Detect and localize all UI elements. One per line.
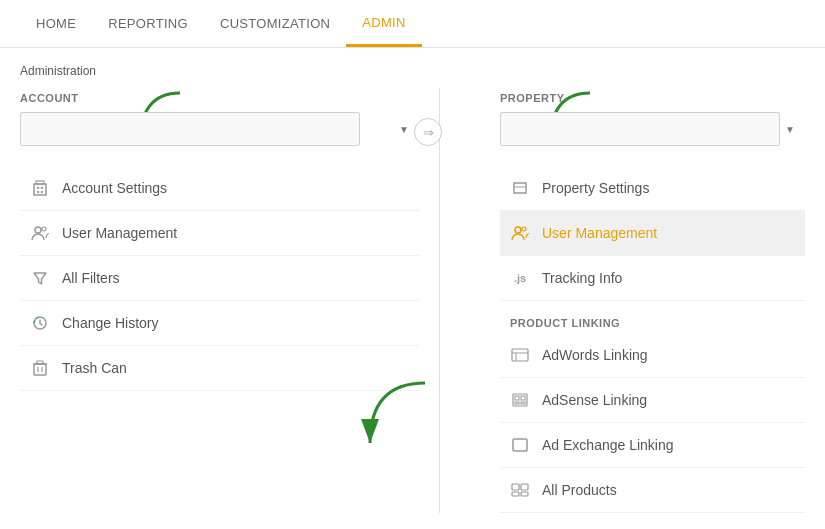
trash-can-label: Trash Can [62,360,127,376]
svg-rect-4 [41,187,43,189]
property-dropdown[interactable] [500,112,780,146]
svg-point-9 [42,227,46,231]
account-user-management-label: User Management [62,225,177,241]
product-linking-item-adwords[interactable]: AdWords Linking [500,333,805,378]
trash-icon [30,358,50,378]
breadcrumb: Administration [20,64,805,78]
svg-rect-7 [36,181,44,184]
adsense-linking-label: AdSense Linking [542,392,647,408]
all-products-label: All Products [542,482,617,498]
property-column: PROPERTY ▼ Property Settings [440,88,805,513]
product-linking-section-label: PRODUCT LINKING [500,317,805,329]
product-linking-item-ad-exchange[interactable]: Ad Exchange Linking [500,423,805,468]
svg-rect-2 [34,184,46,195]
ad-exchange-icon [510,435,530,455]
js-icon: .js [510,268,530,288]
svg-rect-30 [521,484,528,490]
svg-rect-27 [521,402,525,404]
rect-icon [510,178,530,198]
property-menu-list: Property Settings User Management .js Tr… [500,166,805,301]
two-columns: ACCOUNT ▼ Account Settings [20,88,805,513]
product-linking-item-adsense[interactable]: AdSense Linking [500,378,805,423]
svg-rect-32 [521,492,528,496]
adwords-icon [510,345,530,365]
nav-reporting[interactable]: REPORTING [92,2,204,45]
account-dropdown-wrapper: ▼ [20,112,419,146]
account-menu-list: Account Settings User Management All Fil… [20,166,419,391]
account-dropdown-arrow-icon: ▼ [399,124,409,135]
svg-rect-11 [34,364,46,375]
property-settings-label: Property Settings [542,180,649,196]
nav-admin[interactable]: ADMIN [346,1,421,47]
svg-rect-5 [37,191,39,193]
account-settings-label: Account Settings [62,180,167,196]
svg-rect-12 [37,361,43,364]
adwords-linking-label: AdWords Linking [542,347,648,363]
filter-icon [30,268,50,288]
tracking-info-label: Tracking Info [542,270,622,286]
top-navigation: HOME REPORTING CUSTOMIZATION ADMIN [0,0,825,48]
property-dropdown-arrow-icon: ▼ [785,124,795,135]
account-section-label: ACCOUNT [20,92,419,104]
property-menu-item-tracking[interactable]: .js Tracking Info [500,256,805,301]
property-section-label: PROPERTY [500,92,805,104]
property-menu-item-users[interactable]: User Management [500,211,805,256]
svg-point-17 [515,227,521,233]
columns-container: ACCOUNT ▼ Account Settings [20,88,805,513]
svg-rect-20 [512,349,528,361]
history-icon [30,313,50,333]
all-products-icon [510,480,530,500]
svg-rect-29 [512,484,519,490]
account-column: ACCOUNT ▼ Account Settings [20,88,440,513]
property-dropdown-wrapper: ▼ [500,112,805,146]
property-user-management-label: User Management [542,225,657,241]
account-menu-item-trash[interactable]: Trash Can [20,346,419,391]
users-icon [30,223,50,243]
property-users-icon [510,223,530,243]
main-content: Administration [0,48,825,513]
account-menu-item-users[interactable]: User Management [20,211,419,256]
svg-rect-25 [515,402,519,404]
svg-rect-26 [521,396,525,400]
svg-rect-15 [514,183,526,193]
svg-rect-31 [512,492,519,496]
svg-rect-24 [515,396,519,400]
property-menu-item-settings[interactable]: Property Settings [500,166,805,211]
building-icon [30,178,50,198]
center-arrow-button[interactable]: ⇒ [414,118,442,146]
account-menu-item-settings[interactable]: Account Settings [20,166,419,211]
account-menu-item-filters[interactable]: All Filters [20,256,419,301]
svg-point-8 [35,227,41,233]
account-menu-item-history[interactable]: Change History [20,301,419,346]
product-linking-menu-list: AdWords Linking AdSense Linking Ad Excha… [500,333,805,513]
svg-point-18 [522,227,526,231]
ad-exchange-linking-label: Ad Exchange Linking [542,437,674,453]
all-filters-label: All Filters [62,270,120,286]
account-dropdown[interactable] [20,112,360,146]
svg-rect-28 [513,439,527,451]
product-linking-item-all-products[interactable]: All Products [500,468,805,513]
change-history-label: Change History [62,315,159,331]
svg-rect-3 [37,187,39,189]
svg-rect-6 [41,191,43,193]
nav-home[interactable]: HOME [20,2,92,45]
adsense-icon [510,390,530,410]
nav-customization[interactable]: CUSTOMIZATION [204,2,346,45]
